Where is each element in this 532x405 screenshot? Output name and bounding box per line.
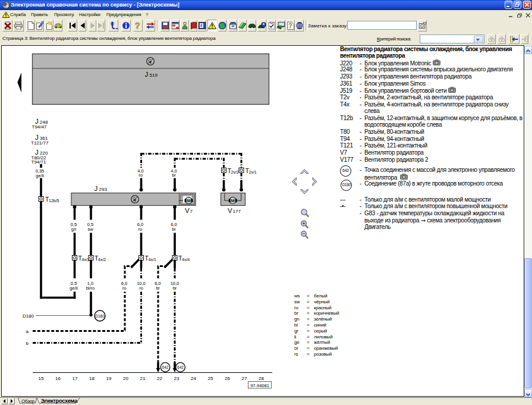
svg-text:зелёный: зелёный (314, 316, 332, 322)
svg-text:br: br (172, 227, 176, 232)
svg-text:красный: красный (314, 305, 332, 310)
svg-text:br: br (156, 285, 160, 291)
svg-text:Обзор: Обзор (21, 398, 35, 404)
svg-text:28: 28 (259, 376, 264, 381)
svg-text:7: 7 (190, 209, 193, 214)
svg-text:bl: bl (294, 322, 298, 328)
svg-text:22: 22 (157, 376, 162, 381)
svg-text:=: = (307, 351, 310, 357)
svg-text:23: 23 (174, 376, 180, 381)
svg-text:лиловый: лиловый (314, 334, 332, 340)
svg-text:18: 18 (89, 376, 95, 381)
svg-text:21: 21 (140, 376, 146, 381)
svg-text:a: a (26, 329, 29, 334)
svg-text:4x/2: 4x/2 (98, 258, 106, 262)
svg-text:J: J (95, 185, 98, 192)
svg-text:gn: gn (71, 227, 76, 232)
svg-text:серый: серый (314, 328, 327, 334)
svg-text:bl/ro: bl/ro (86, 285, 95, 291)
svg-text:T121/77: T121/77 (31, 140, 49, 146)
svg-text:ge/li: ge/li (36, 173, 44, 178)
svg-text:=: = (307, 305, 310, 310)
svg-text:4x/1: 4x/1 (149, 258, 156, 262)
svg-text:li: li (294, 334, 297, 340)
svg-text:T94/47: T94/47 (32, 124, 47, 130)
svg-text:жёлтый: жёлтый (314, 340, 330, 345)
svg-text:642: 642 (177, 365, 184, 369)
svg-text:Электросхема: Электросхема (41, 397, 78, 404)
svg-text:4x/4: 4x/4 (182, 258, 190, 262)
svg-text:=: = (307, 334, 310, 340)
svg-text:gn: gn (294, 316, 300, 322)
svg-text:V: V (228, 207, 232, 214)
svg-text:ro: ro (122, 285, 127, 291)
svg-text:оранжевый: оранжевый (314, 346, 338, 351)
svg-text:2v/2: 2v/2 (231, 170, 239, 174)
svg-text:27: 27 (242, 376, 247, 381)
svg-text:2v/1: 2v/1 (249, 170, 257, 174)
svg-text:=: = (307, 310, 310, 316)
svg-text:?: ? (289, 23, 292, 29)
svg-text:sw: sw (294, 299, 300, 304)
svg-text:=: = (307, 340, 310, 345)
svg-text:642: 642 (162, 365, 169, 369)
svg-text:=: = (307, 346, 310, 351)
svg-text:br: br (173, 285, 177, 291)
svg-text:ro: ro (138, 227, 143, 232)
svg-text:12b/5: 12b/5 (49, 199, 59, 203)
svg-text:ro: ro (294, 305, 298, 310)
svg-text:=: = (307, 299, 310, 304)
svg-text:sw: sw (87, 227, 93, 232)
svg-text:b: b (26, 341, 29, 346)
svg-text:ro: ro (138, 172, 143, 178)
svg-text:gr: gr (294, 328, 298, 334)
svg-text:розовый: розовый (314, 351, 332, 357)
svg-text:=: = (307, 293, 310, 299)
svg-text:26: 26 (225, 376, 230, 381)
svg-text:коричневый: коричневый (314, 310, 339, 316)
svg-text:br: br (172, 172, 176, 178)
svg-text:20: 20 (123, 376, 128, 381)
svg-text:J: J (145, 71, 149, 78)
svg-text:V: V (185, 207, 190, 214)
svg-text:19: 19 (106, 376, 112, 381)
svg-text:519: 519 (150, 73, 158, 78)
svg-text:=: = (307, 316, 310, 322)
svg-text:15: 15 (39, 376, 44, 381)
svg-text:rs: rs (294, 351, 298, 357)
svg-text:16: 16 (55, 376, 61, 381)
svg-text:ge: ge (294, 340, 300, 345)
svg-text:=: = (307, 328, 310, 334)
svg-text:177: 177 (233, 209, 241, 214)
svg-text:?: ? (135, 21, 140, 30)
svg-text:синий: синий (314, 322, 326, 328)
svg-text:ws: ws (294, 293, 300, 299)
svg-text:293: 293 (99, 187, 108, 192)
svg-text:br: br (294, 310, 298, 316)
svg-text:24: 24 (191, 376, 196, 381)
svg-text:белый: белый (314, 293, 328, 299)
svg-text:D180: D180 (95, 314, 105, 318)
svg-text:97-94081: 97-94081 (250, 383, 269, 388)
svg-text:D180: D180 (23, 313, 34, 319)
svg-text:25: 25 (208, 376, 213, 381)
svg-text:or: or (294, 346, 298, 351)
svg-text:ro: ro (139, 285, 143, 291)
svg-text:=: = (307, 322, 310, 328)
svg-text:ge/li: ge/li (70, 285, 78, 291)
svg-text:T94/71: T94/71 (32, 159, 46, 165)
svg-text:чёрный: чёрный (314, 299, 330, 304)
svg-text:17: 17 (73, 376, 78, 381)
